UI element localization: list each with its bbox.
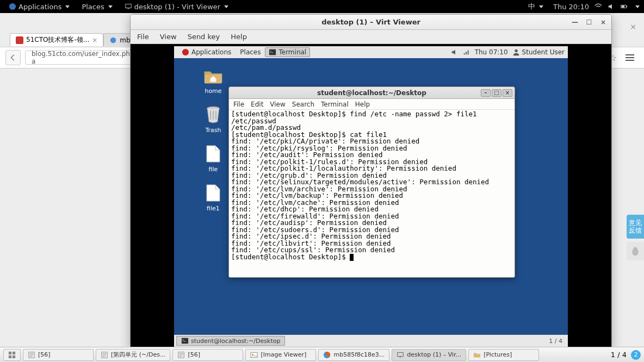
volume-icon[interactable] — [608, 3, 615, 10]
file-icon — [206, 145, 221, 163]
terminal-window: student@localhost:~/Desktop – □ × File E… — [228, 86, 515, 278]
gedit-icon — [177, 351, 185, 359]
host-workspace-indicator[interactable]: 1 / 4 — [611, 351, 627, 359]
svg-rect-5 — [622, 5, 624, 8]
wifi-icon[interactable] — [595, 3, 602, 10]
host-browser-close[interactable]: × — [630, 22, 636, 31]
virt-titlebar[interactable]: desktop (1) – Virt Viewer — ☐ × — [131, 15, 611, 30]
host-applications-menu[interactable]: Applications — [4, 2, 74, 12]
terminal-menu-help[interactable]: Help — [355, 101, 370, 108]
taskbar-item-0[interactable]: [56] — [23, 349, 94, 361]
virt-menu-file[interactable]: File — [137, 33, 149, 41]
desktop-icon-home[interactable]: home — [197, 66, 230, 95]
taskbar-item-6[interactable]: [Pictures] — [468, 349, 539, 361]
volume-icon[interactable] — [451, 48, 459, 56]
host-system-menu[interactable] — [635, 5, 640, 8]
network-icon[interactable] — [463, 48, 470, 56]
terminal-titlebar[interactable]: student@localhost:~/Desktop – □ × — [229, 87, 515, 99]
fedora-logo-icon — [182, 48, 189, 56]
firefox-icon — [323, 351, 331, 359]
svg-rect-21 — [9, 355, 11, 358]
svg-rect-30 — [400, 357, 402, 357]
virt-menu-help[interactable]: Help — [231, 33, 247, 41]
terminal-menu-file[interactable]: File — [233, 101, 244, 108]
virt-title-text: desktop (1) – Virt Viewer — [321, 18, 420, 26]
terminal-menubar: File Edit View Search Terminal Help — [229, 99, 515, 110]
trash-icon — [205, 105, 221, 124]
gedit-icon — [101, 351, 108, 359]
terminal-menu-edit[interactable]: Edit — [251, 101, 263, 108]
virt-menubar: File View Send key Help — [131, 30, 611, 44]
terminal-menu-search[interactable]: Search — [292, 101, 314, 108]
terminal-title-text: student@localhost:~/Desktop — [317, 89, 426, 97]
show-desktop-button[interactable] — [3, 349, 21, 361]
close-button[interactable]: × — [598, 17, 608, 27]
guest-places-menu[interactable]: Places — [236, 47, 265, 57]
monitor-icon — [397, 351, 404, 359]
notification-badge[interactable]: 2 — [631, 350, 641, 360]
host-top-panel: Applications Places desktop (1) - Virt V… — [0, 0, 644, 13]
svg-rect-15 — [467, 51, 468, 55]
terminal-maximize-button[interactable]: □ — [492, 89, 501, 97]
terminal-icon — [181, 337, 189, 345]
favicon-generic-icon — [109, 36, 117, 44]
penguin-icon[interactable] — [627, 242, 644, 260]
taskbar-item-1[interactable]: [第四单元 (~/Des... — [96, 349, 170, 361]
taskbar-item-5[interactable]: desktop (1) – Vir... — [392, 349, 466, 361]
fedora-logo-icon — [9, 3, 16, 10]
maximize-button[interactable]: ☐ — [584, 17, 594, 27]
battery-icon[interactable] — [621, 3, 628, 10]
guest-workspace-indicator[interactable]: 1 / 4 — [543, 338, 568, 345]
guest-top-panel: Applications Places Terminal Thu 07:10 S… — [174, 46, 568, 58]
guest-clock[interactable]: Thu 07:10 — [475, 48, 508, 56]
svg-rect-6 — [16, 36, 23, 44]
svg-rect-14 — [466, 52, 467, 54]
taskbar-item-2[interactable]: [56] — [172, 349, 243, 361]
virt-content: Applications Places Terminal Thu 07:10 S… — [131, 44, 611, 347]
guest-applications-menu[interactable]: Applications — [177, 47, 236, 57]
guest-desktop[interactable]: Applications Places Terminal Thu 07:10 S… — [174, 46, 568, 347]
hamburger-menu[interactable] — [621, 50, 639, 65]
taskbar-item-4[interactable]: mb585f8c18e3... — [318, 349, 389, 361]
arrow-left-icon — [9, 54, 17, 61]
folder-home-icon — [203, 66, 223, 85]
terminal-close-button[interactable]: × — [503, 89, 512, 97]
svg-rect-29 — [398, 352, 404, 356]
guest-taskbar: student@localhost:~/Desktop 1 / 4 — [174, 335, 568, 347]
url-input[interactable]: blog.51cto.com/user_index.php?a — [25, 51, 134, 65]
svg-rect-13 — [463, 53, 465, 55]
host-active-app[interactable]: desktop (1) - Virt Viewer — [120, 2, 233, 12]
guest-active-app[interactable]: Terminal — [265, 47, 310, 57]
host-clock[interactable]: Thu 20:10 — [553, 3, 589, 11]
terminal-body[interactable]: [student@localhost Desktop]$ find /etc -… — [229, 110, 515, 277]
desktop-icon-trash[interactable]: Trash — [197, 105, 230, 134]
minimize-button[interactable]: — — [570, 17, 580, 27]
terminal-minimize-button[interactable]: – — [481, 89, 491, 97]
guest-taskbar-item[interactable]: student@localhost:~/Desktop — [176, 336, 285, 346]
taskbar-item-3[interactable]: [Image Viewer] — [245, 349, 316, 361]
virt-menu-view[interactable]: View — [160, 33, 177, 41]
file-icon — [206, 184, 221, 202]
terminal-menu-view[interactable]: View — [270, 101, 285, 108]
guest-user-menu[interactable]: Student User — [512, 48, 565, 56]
feedback-widget: 意见 反馈 — [627, 215, 644, 260]
user-icon — [512, 48, 520, 56]
virt-menu-sendkey[interactable]: Send key — [188, 33, 220, 41]
svg-point-16 — [515, 49, 517, 52]
virt-viewer-window: desktop (1) – Virt Viewer — ☐ × File Vie… — [130, 14, 612, 347]
svg-point-27 — [252, 353, 254, 355]
browser-tab-1[interactable]: 51CTO技术博客-领... × — [10, 33, 103, 46]
close-icon[interactable]: × — [92, 36, 97, 44]
favicon-51cto-icon — [16, 36, 23, 44]
svg-rect-18 — [182, 338, 188, 344]
desktop-icon-file1[interactable]: file1 — [197, 183, 230, 212]
desktop-icon-file[interactable]: file — [197, 144, 230, 173]
host-lang-indicator[interactable]: 中 — [524, 1, 548, 13]
svg-rect-19 — [9, 351, 11, 354]
back-button[interactable] — [5, 50, 21, 65]
terminal-icon — [269, 48, 276, 56]
host-places-menu[interactable]: Places — [77, 2, 116, 12]
feedback-button[interactable]: 意见 反馈 — [627, 215, 644, 239]
svg-point-7 — [110, 37, 116, 43]
terminal-menu-terminal[interactable]: Terminal — [321, 101, 349, 108]
